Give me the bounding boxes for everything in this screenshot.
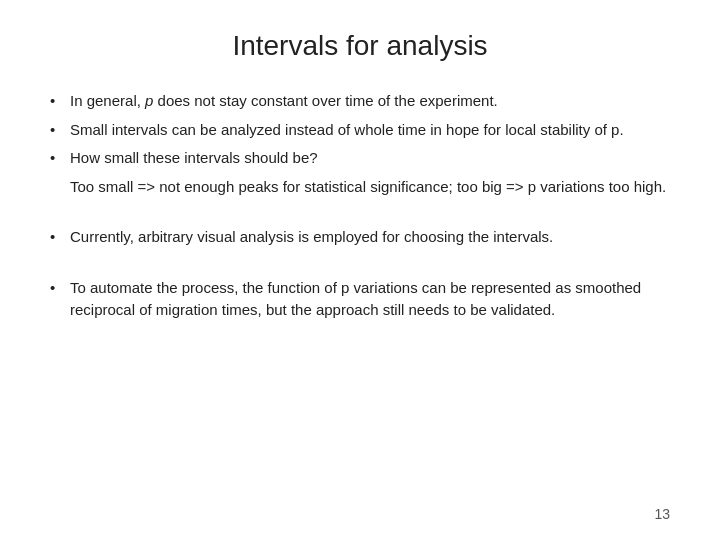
list-item: • How small these intervals should be? bbox=[50, 147, 670, 170]
bullet-text: How small these intervals should be? bbox=[70, 147, 318, 170]
page-number: 13 bbox=[654, 506, 670, 522]
slide-title: Intervals for analysis bbox=[50, 20, 670, 62]
bullet-text: Small intervals can be analyzed instead … bbox=[70, 119, 624, 142]
bullet-dot: • bbox=[50, 279, 70, 296]
bullet-group-1: • In general, p does not stay constant o… bbox=[50, 90, 670, 204]
list-item: • Currently, arbitrary visual analysis i… bbox=[50, 226, 670, 249]
bullet-dot: • bbox=[50, 149, 70, 166]
bullet-dot: • bbox=[50, 121, 70, 138]
list-item: • In general, p does not stay constant o… bbox=[50, 90, 670, 113]
bullet-text: To automate the process, the function of… bbox=[70, 277, 670, 322]
bullet-text: In general, p does not stay constant ove… bbox=[70, 90, 498, 113]
bullet-group-3: • To automate the process, the function … bbox=[50, 277, 670, 328]
list-item: • Small intervals can be analyzed instea… bbox=[50, 119, 670, 142]
list-item: • To automate the process, the function … bbox=[50, 277, 670, 322]
bullet-continuation: Too small => not enough peaks for statis… bbox=[70, 176, 670, 199]
bullet-dot: • bbox=[50, 228, 70, 245]
bullet-group-2: • Currently, arbitrary visual analysis i… bbox=[50, 226, 670, 255]
bullet-text: Currently, arbitrary visual analysis is … bbox=[70, 226, 553, 249]
content-area: • In general, p does not stay constant o… bbox=[50, 90, 670, 510]
slide-container: Intervals for analysis • In general, p d… bbox=[0, 0, 720, 540]
bullet-dot: • bbox=[50, 92, 70, 109]
